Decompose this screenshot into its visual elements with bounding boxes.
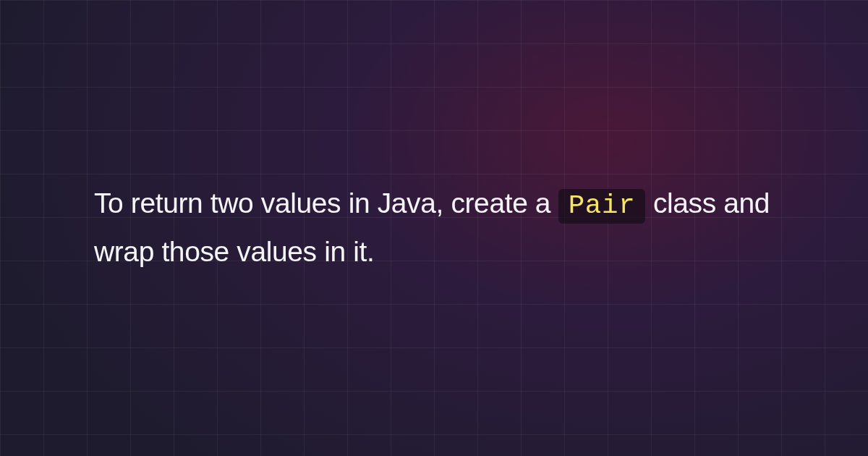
card-text: To return two values in Java, create a P… bbox=[94, 180, 774, 275]
inline-code: Pair bbox=[558, 189, 646, 224]
text-before: To return two values in Java, create a bbox=[94, 187, 558, 219]
social-card: To return two values in Java, create a P… bbox=[0, 0, 868, 456]
